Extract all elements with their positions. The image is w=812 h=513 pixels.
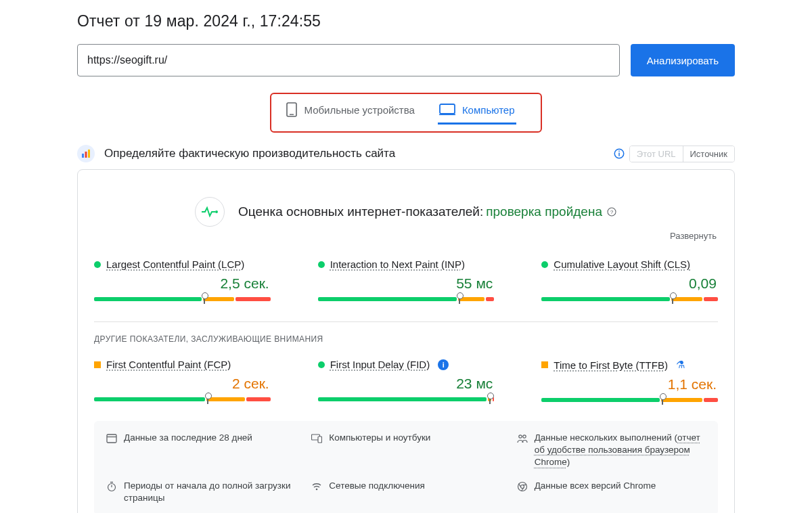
devices-icon (311, 433, 322, 444)
stopwatch-icon (106, 481, 117, 492)
metric: Time to First Byte (TTFB) ⚗ 1,1 сек. (541, 359, 718, 403)
status-dot (318, 261, 325, 268)
metric-bar (541, 297, 718, 303)
tab-mobile-label: Мобильные устройства (304, 104, 414, 116)
svg-point-10 (215, 210, 218, 213)
metric-name[interactable]: Time to First Byte (TTFB) (554, 359, 668, 371)
legend-all-chrome: Данные всех версий Chrome (517, 480, 706, 504)
svg-line-26 (518, 483, 520, 487)
svg-text:?: ? (610, 209, 614, 215)
other-metrics-row: First Contentful Paint (FCP) 2 сек. Firs… (94, 359, 718, 403)
users-icon (517, 433, 528, 444)
metric: First Input Delay (FID) i 23 мс (318, 359, 495, 403)
legend-period: Данные за последние 28 дней (106, 432, 295, 469)
metric-pin (662, 395, 663, 405)
svg-rect-13 (107, 434, 116, 443)
divider (94, 321, 718, 322)
svg-rect-8 (618, 153, 620, 156)
report-title: Отчет от 19 мар. 2024 г., 17:24:55 (77, 12, 735, 30)
cwv-headline: Оценка основных интернет-показателей: пр… (94, 197, 718, 227)
metric-value: 23 мс (318, 376, 495, 392)
scope-toggle: Этот URL Источник (629, 146, 735, 162)
experimental-icon: ⚗ (676, 359, 685, 371)
expand-link[interactable]: Развернуть (94, 231, 717, 241)
metric-pin (672, 294, 673, 304)
svg-rect-4 (82, 154, 84, 158)
metric-bar (94, 397, 271, 403)
tab-desktop[interactable]: Компьютер (438, 101, 516, 125)
calendar-icon (106, 433, 117, 444)
legend-many-visits: Данные нескольких выполнений (отчет об у… (517, 432, 706, 469)
info-badge[interactable]: i (438, 359, 449, 370)
legend-devices: Компьютеры и ноутбуки (311, 432, 500, 469)
legend-network: Сетевые подключения (311, 480, 500, 504)
legend-full-load: Периоды от начала до полной загрузки стр… (106, 480, 295, 504)
other-metrics-heading: ДРУГИЕ ПОКАЗАТЕЛИ, ЗАСЛУЖИВАЮЩИЕ ВНИМАНИ… (94, 334, 718, 344)
metric-value: 1,1 сек. (541, 376, 718, 393)
section-title: Определяйте фактическую производительнос… (104, 147, 604, 160)
metric-bar (318, 397, 495, 403)
metric-name[interactable]: Interaction to Next Paint (INP) (330, 259, 465, 270)
metric-name[interactable]: First Contentful Paint (FCP) (106, 359, 231, 370)
core-metrics-row: Largest Contentful Paint (LCP) 2,5 сек. … (94, 259, 718, 303)
metric: Cumulative Layout Shift (CLS) 0,09 (541, 259, 718, 303)
metric-value: 2 сек. (94, 376, 271, 392)
svg-rect-1 (290, 114, 294, 115)
status-dot (94, 261, 101, 268)
metric: First Contentful Paint (FCP) 2 сек. (94, 359, 271, 403)
help-icon[interactable]: ? (606, 206, 617, 217)
metric-value: 55 мс (318, 275, 495, 292)
metric-value: 0,09 (541, 275, 718, 292)
svg-rect-6 (88, 150, 90, 158)
svg-point-22 (316, 488, 318, 490)
url-row: Анализировать (77, 44, 735, 76)
metric-bar (318, 297, 495, 303)
metric-value: 2,5 сек. (94, 275, 271, 292)
legend-box: Данные за последние 28 дней Компьютеры и… (94, 421, 718, 513)
device-tabs-highlight: Мобильные устройства Компьютер (77, 93, 735, 133)
metric-pin (207, 395, 208, 404)
cwv-label: Оценка основных интернет-показателей: (238, 204, 483, 219)
metric-bar (94, 297, 271, 303)
tab-mobile[interactable]: Мобильные устройства (285, 99, 415, 126)
chrome-icon (517, 481, 528, 492)
metric: Interaction to Next Paint (INP) 55 мс (318, 259, 495, 303)
wifi-icon (311, 481, 322, 492)
analyze-button[interactable]: Анализировать (631, 44, 735, 76)
svg-point-18 (522, 435, 525, 438)
status-dot (318, 361, 325, 368)
svg-rect-9 (618, 151, 620, 152)
cwv-pass-icon (195, 197, 225, 227)
svg-point-17 (518, 435, 521, 438)
metric-name[interactable]: Largest Contentful Paint (LCP) (106, 259, 244, 270)
svg-rect-3 (439, 114, 455, 116)
metric: Largest Contentful Paint (LCP) 2,5 сек. (94, 259, 271, 303)
crux-icon (77, 145, 95, 162)
metric-name[interactable]: First Input Delay (FID) (330, 359, 430, 370)
url-input[interactable] (77, 44, 620, 76)
tab-desktop-label: Компьютер (462, 104, 515, 116)
scope-source[interactable]: Источник (683, 146, 735, 162)
info-icon[interactable] (613, 148, 625, 160)
cwv-status: проверка пройдена (486, 204, 602, 219)
status-dot (94, 361, 101, 368)
section-header: Определяйте фактическую производительнос… (77, 145, 735, 162)
metric-bar (541, 398, 718, 403)
status-dot (541, 261, 548, 268)
desktop-icon (439, 104, 455, 116)
metric-pin (459, 294, 460, 304)
status-dot (541, 361, 548, 368)
scope-this-url[interactable]: Этот URL (630, 146, 683, 162)
mobile-icon (286, 102, 297, 117)
svg-rect-2 (440, 104, 455, 114)
metric-pin (489, 395, 491, 404)
svg-rect-16 (318, 437, 322, 443)
svg-rect-5 (85, 152, 87, 158)
metric-pin (204, 294, 205, 304)
metric-name[interactable]: Cumulative Layout Shift (CLS) (554, 259, 690, 270)
field-data-card: Оценка основных интернет-показателей: пр… (77, 169, 735, 513)
